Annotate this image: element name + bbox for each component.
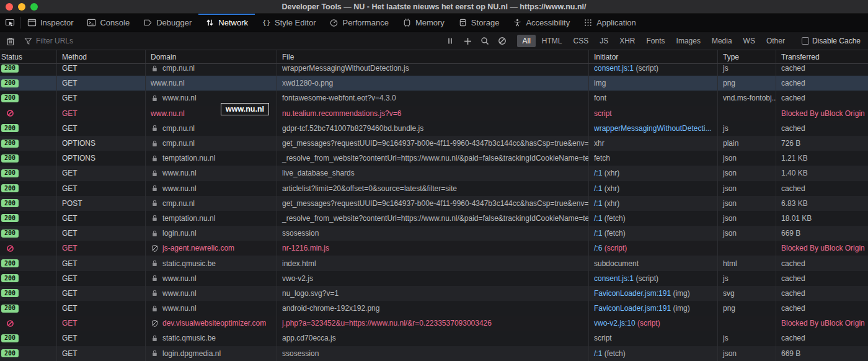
- type-label: svg: [723, 289, 735, 298]
- pause-traffic-button[interactable]: [442, 33, 458, 48]
- request-row[interactable]: 200GETwww.nu.nlnu_logo.svg?v=1FaviconLoa…: [0, 286, 868, 301]
- request-row[interactable]: 200GETwww.nu.nlandroid-chrome-192x192.pn…: [0, 301, 868, 316]
- close-window-button[interactable]: [6, 3, 13, 11]
- type-cell: png: [718, 301, 776, 316]
- request-row[interactable]: GETjs-agent.newrelic.comnr-1216.min.js/:…: [0, 241, 868, 256]
- request-row[interactable]: 200GETlogin.dpgmedia.nlssosession/:1 (fe…: [0, 346, 868, 361]
- tab-application[interactable]: Application: [577, 14, 643, 32]
- initiator-link[interactable]: wrapperMessagingWithoutDetecti...: [594, 124, 711, 133]
- type-filter-ws[interactable]: WS: [738, 35, 760, 47]
- lock-icon: [151, 289, 159, 297]
- domain-cell: dev.visualwebsiteoptimizer.com: [146, 316, 277, 331]
- request-row[interactable]: 200POSTcmp.nu.nlget_messages?requestUUID…: [0, 196, 868, 211]
- funnel-icon: [24, 37, 32, 45]
- file-label: ssosession: [282, 229, 319, 238]
- request-row[interactable]: GETwww.nu.nlnu.tealium.recommendations.j…: [0, 106, 868, 121]
- tab-console[interactable]: Console: [80, 14, 136, 32]
- tab-accessibility[interactable]: Accessibility: [506, 14, 577, 32]
- new-request-button[interactable]: [459, 33, 476, 48]
- file-label: ssosession: [282, 349, 319, 358]
- tab-performance[interactable]: Performance: [322, 14, 395, 32]
- initiator-link[interactable]: /:1: [594, 214, 602, 223]
- type-filter-images[interactable]: Images: [671, 35, 706, 47]
- initiator-link[interactable]: vwo-v2.js:10: [594, 319, 636, 328]
- type-filter-html[interactable]: HTML: [537, 35, 567, 47]
- disable-cache-checkbox[interactable]: [802, 37, 809, 45]
- initiator-link[interactable]: consent.js:1: [594, 274, 634, 283]
- request-row[interactable]: 200GETwww.nu.nllive_database_shards/:1 (…: [0, 166, 868, 180]
- zoom-window-button[interactable]: [30, 3, 38, 11]
- initiator-link[interactable]: consent.js:1: [594, 64, 634, 73]
- file-label: app.cd70ecca.js: [282, 334, 336, 342]
- column-header-method[interactable]: Method: [57, 50, 146, 63]
- initiator-cause: (xhr): [602, 169, 619, 177]
- status-cell: 200: [0, 286, 57, 301]
- initiator-link[interactable]: /:1: [594, 169, 602, 177]
- file-label: _resolve_from_website?contentUrl=https:/…: [282, 154, 589, 163]
- search-icon: [480, 37, 489, 45]
- initiator-link[interactable]: /:1: [594, 349, 602, 358]
- domain-cell: temptation.nu.nl: [146, 151, 277, 166]
- filter-urls-box: [24, 37, 440, 45]
- tab-memory[interactable]: Memory: [396, 14, 451, 32]
- request-row[interactable]: 200GETwww.nu.nlfontawesome-webfont.eot?v…: [0, 91, 868, 105]
- column-header-initiator[interactable]: Initiator: [589, 50, 718, 63]
- initiator-link[interactable]: /:1: [594, 199, 602, 208]
- tab-storage[interactable]: Storage: [451, 14, 507, 32]
- type-filter-media[interactable]: Media: [707, 35, 737, 47]
- tab-style-editor[interactable]: {}Style Editor: [255, 14, 322, 32]
- lock-icon: [151, 230, 159, 238]
- lock-icon: [151, 124, 159, 132]
- request-row[interactable]: 200GETcmp.nu.nlgdpr-tcf.52bc741007b82794…: [0, 121, 868, 136]
- transferred-label: 6.83 KB: [781, 199, 808, 208]
- type-filter-xhr[interactable]: XHR: [614, 35, 640, 47]
- column-header-file[interactable]: File: [277, 50, 589, 63]
- type-filter-fonts[interactable]: Fonts: [642, 35, 670, 47]
- tab-debugger[interactable]: Debugger: [136, 14, 198, 32]
- minimize-window-button[interactable]: [18, 3, 25, 11]
- type-cell: json: [718, 211, 776, 226]
- lock-icon: [151, 184, 159, 192]
- request-row[interactable]: 200OPTIONStemptation.nu.nl_resolve_from_…: [0, 151, 868, 166]
- request-row[interactable]: 200GETtemptation.nu.nl_resolve_from_webs…: [0, 211, 868, 226]
- request-blocking-button[interactable]: [494, 33, 510, 48]
- type-filter-css[interactable]: CSS: [568, 35, 593, 47]
- request-row[interactable]: 200GETstatic.qmusic.beapp.cd70ecca.jsscr…: [0, 331, 868, 345]
- method-label: GET: [62, 244, 78, 252]
- initiator-cause: subdocument: [594, 259, 639, 268]
- element-picker-button[interactable]: [0, 14, 20, 32]
- initiator-link[interactable]: /:1: [594, 229, 602, 238]
- column-header-transferred[interactable]: Transferred: [776, 50, 868, 63]
- domain-cell: www.nu.nl: [146, 301, 277, 316]
- initiator-link[interactable]: /:1: [594, 184, 602, 193]
- initiator-cause: font: [594, 94, 606, 102]
- request-row[interactable]: 200GETcmp.nu.nlwrapperMessagingWithoutDe…: [0, 64, 868, 76]
- filter-urls-input[interactable]: [36, 37, 284, 45]
- tab-inspector[interactable]: Inspector: [20, 14, 80, 32]
- method-cell: OPTIONS: [57, 151, 146, 166]
- column-header-type[interactable]: Type: [718, 50, 776, 63]
- request-row[interactable]: 200GETwww.nu.nlxwd1280-o.pngimgpngcached: [0, 76, 868, 91]
- initiator-link[interactable]: FaviconLoader.jsm:191: [594, 289, 671, 298]
- lock-icon: [151, 259, 159, 267]
- request-row[interactable]: 200GETwww.nu.nlvwo-v2.jsconsent.js:1 (sc…: [0, 271, 868, 286]
- initiator-link[interactable]: /:6: [594, 244, 602, 252]
- request-row[interactable]: 200OPTIONScmp.nu.nlget_messages?requestU…: [0, 136, 868, 151]
- file-cell: index.html: [277, 256, 589, 270]
- request-row[interactable]: 200GETlogin.nu.nlssosession/:1 (fetch)js…: [0, 226, 868, 241]
- disable-cache-toggle[interactable]: Disable Cache: [802, 37, 861, 45]
- initiator-link[interactable]: FaviconLoader.jsm:191: [594, 304, 671, 313]
- tab-network[interactable]: Network: [198, 14, 255, 32]
- transferred-cell: 1.40 KB: [776, 166, 868, 180]
- column-header-status[interactable]: Status: [0, 50, 57, 63]
- type-filter-js[interactable]: JS: [595, 35, 613, 47]
- type-filter-all[interactable]: All: [517, 35, 535, 47]
- request-row[interactable]: 200GETstatic.qmusic.beindex.htmlsubdocum…: [0, 256, 868, 270]
- search-button[interactable]: [477, 33, 493, 48]
- status-cell: 200: [0, 346, 57, 361]
- type-filter-other[interactable]: Other: [761, 35, 790, 47]
- request-row[interactable]: GETdev.visualwebsiteoptimizer.comj.php?a…: [0, 316, 868, 331]
- request-row[interactable]: 200GETwww.nu.nlarticlelist?limit=20&offs…: [0, 181, 868, 196]
- clear-requests-button[interactable]: [2, 33, 19, 48]
- column-header-domain[interactable]: Domain: [146, 50, 277, 63]
